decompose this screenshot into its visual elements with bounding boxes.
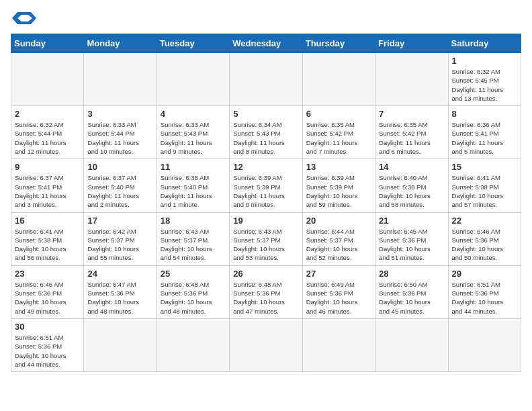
day-info: Sunrise: 6:35 AM Sunset: 5:42 PM Dayligh…	[379, 120, 444, 156]
calendar-cell: 7Sunrise: 6:35 AM Sunset: 5:42 PM Daylig…	[375, 106, 448, 159]
calendar-body: 1Sunrise: 6:32 AM Sunset: 5:45 PM Daylig…	[11, 53, 521, 372]
day-number: 2	[15, 109, 80, 119]
logo-icon	[12, 11, 36, 26]
calendar-week-2: 2Sunrise: 6:32 AM Sunset: 5:44 PM Daylig…	[11, 106, 521, 159]
weekday-saturday: Saturday	[448, 34, 521, 53]
day-number: 29	[452, 269, 517, 279]
day-info: Sunrise: 6:37 AM Sunset: 5:40 PM Dayligh…	[87, 173, 152, 209]
day-info: Sunrise: 6:32 AM Sunset: 5:45 PM Dayligh…	[452, 67, 517, 103]
calendar-cell: 23Sunrise: 6:46 AM Sunset: 5:36 PM Dayli…	[11, 265, 84, 318]
day-number: 30	[15, 322, 80, 332]
weekday-sunday: Sunday	[11, 34, 84, 53]
day-info: Sunrise: 6:39 AM Sunset: 5:39 PM Dayligh…	[233, 173, 298, 209]
day-number: 24	[87, 269, 152, 279]
calendar-cell	[84, 53, 157, 106]
day-number: 25	[161, 269, 226, 279]
day-number: 27	[306, 269, 371, 279]
day-number: 7	[379, 109, 444, 119]
calendar-cell: 29Sunrise: 6:51 AM Sunset: 5:36 PM Dayli…	[448, 265, 521, 318]
calendar: SundayMondayTuesdayWednesdayThursdayFrid…	[11, 34, 521, 372]
calendar-cell: 28Sunrise: 6:50 AM Sunset: 5:36 PM Dayli…	[375, 265, 448, 318]
logo	[11, 11, 36, 26]
day-info: Sunrise: 6:36 AM Sunset: 5:41 PM Dayligh…	[452, 120, 517, 156]
calendar-cell	[11, 53, 84, 106]
day-number: 14	[379, 162, 444, 172]
day-info: Sunrise: 6:51 AM Sunset: 5:36 PM Dayligh…	[15, 333, 80, 369]
day-number: 12	[233, 162, 298, 172]
day-number: 15	[452, 162, 517, 172]
calendar-cell	[375, 318, 448, 371]
calendar-cell: 8Sunrise: 6:36 AM Sunset: 5:41 PM Daylig…	[448, 106, 521, 159]
day-number: 26	[233, 269, 298, 279]
day-number: 19	[233, 216, 298, 226]
calendar-cell	[230, 318, 302, 371]
day-info: Sunrise: 6:51 AM Sunset: 5:36 PM Dayligh…	[452, 280, 517, 316]
day-number: 21	[379, 216, 444, 226]
calendar-cell: 21Sunrise: 6:45 AM Sunset: 5:36 PM Dayli…	[375, 212, 448, 265]
calendar-cell: 25Sunrise: 6:48 AM Sunset: 5:36 PM Dayli…	[157, 265, 229, 318]
calendar-cell: 16Sunrise: 6:41 AM Sunset: 5:38 PM Dayli…	[11, 212, 84, 265]
day-info: Sunrise: 6:50 AM Sunset: 5:36 PM Dayligh…	[379, 280, 444, 316]
calendar-cell	[448, 318, 521, 371]
day-number: 11	[161, 162, 226, 172]
day-number: 13	[306, 162, 371, 172]
day-info: Sunrise: 6:33 AM Sunset: 5:44 PM Dayligh…	[87, 120, 152, 156]
calendar-week-3: 9Sunrise: 6:37 AM Sunset: 5:41 PM Daylig…	[11, 159, 521, 212]
day-info: Sunrise: 6:41 AM Sunset: 5:38 PM Dayligh…	[452, 173, 517, 209]
calendar-cell: 3Sunrise: 6:33 AM Sunset: 5:44 PM Daylig…	[84, 106, 157, 159]
day-info: Sunrise: 6:35 AM Sunset: 5:42 PM Dayligh…	[306, 120, 371, 156]
calendar-cell	[157, 53, 229, 106]
calendar-cell: 30Sunrise: 6:51 AM Sunset: 5:36 PM Dayli…	[11, 318, 84, 371]
day-number: 4	[161, 109, 226, 119]
calendar-cell: 18Sunrise: 6:43 AM Sunset: 5:37 PM Dayli…	[157, 212, 229, 265]
calendar-cell: 22Sunrise: 6:46 AM Sunset: 5:36 PM Dayli…	[448, 212, 521, 265]
day-info: Sunrise: 6:34 AM Sunset: 5:43 PM Dayligh…	[233, 120, 298, 156]
day-info: Sunrise: 6:41 AM Sunset: 5:38 PM Dayligh…	[15, 227, 80, 263]
day-info: Sunrise: 6:43 AM Sunset: 5:37 PM Dayligh…	[233, 227, 298, 263]
calendar-cell: 24Sunrise: 6:47 AM Sunset: 5:36 PM Dayli…	[84, 265, 157, 318]
calendar-cell: 27Sunrise: 6:49 AM Sunset: 5:36 PM Dayli…	[302, 265, 375, 318]
day-number: 22	[452, 216, 517, 226]
calendar-cell: 6Sunrise: 6:35 AM Sunset: 5:42 PM Daylig…	[302, 106, 375, 159]
day-number: 17	[87, 216, 152, 226]
calendar-header: SundayMondayTuesdayWednesdayThursdayFrid…	[11, 34, 521, 53]
day-info: Sunrise: 6:45 AM Sunset: 5:36 PM Dayligh…	[379, 227, 444, 263]
calendar-cell: 1Sunrise: 6:32 AM Sunset: 5:45 PM Daylig…	[448, 53, 521, 106]
calendar-week-6: 30Sunrise: 6:51 AM Sunset: 5:36 PM Dayli…	[11, 318, 521, 371]
day-number: 16	[15, 216, 80, 226]
calendar-cell: 10Sunrise: 6:37 AM Sunset: 5:40 PM Dayli…	[84, 159, 157, 212]
day-info: Sunrise: 6:46 AM Sunset: 5:36 PM Dayligh…	[15, 280, 80, 316]
day-info: Sunrise: 6:40 AM Sunset: 5:38 PM Dayligh…	[379, 173, 444, 209]
weekday-wednesday: Wednesday	[230, 34, 302, 53]
calendar-cell: 19Sunrise: 6:43 AM Sunset: 5:37 PM Dayli…	[230, 212, 302, 265]
day-number: 1	[452, 56, 517, 66]
calendar-week-5: 23Sunrise: 6:46 AM Sunset: 5:36 PM Dayli…	[11, 265, 521, 318]
day-number: 5	[233, 109, 298, 119]
calendar-cell	[302, 53, 375, 106]
day-number: 9	[15, 162, 80, 172]
calendar-cell: 20Sunrise: 6:44 AM Sunset: 5:37 PM Dayli…	[302, 212, 375, 265]
calendar-cell: 5Sunrise: 6:34 AM Sunset: 5:43 PM Daylig…	[230, 106, 302, 159]
calendar-cell: 15Sunrise: 6:41 AM Sunset: 5:38 PM Dayli…	[448, 159, 521, 212]
calendar-cell: 17Sunrise: 6:42 AM Sunset: 5:37 PM Dayli…	[84, 212, 157, 265]
day-info: Sunrise: 6:48 AM Sunset: 5:36 PM Dayligh…	[233, 280, 298, 316]
weekday-tuesday: Tuesday	[157, 34, 229, 53]
day-number: 20	[306, 216, 371, 226]
day-number: 6	[306, 109, 371, 119]
calendar-cell: 4Sunrise: 6:33 AM Sunset: 5:43 PM Daylig…	[157, 106, 229, 159]
calendar-cell: 9Sunrise: 6:37 AM Sunset: 5:41 PM Daylig…	[11, 159, 84, 212]
day-info: Sunrise: 6:47 AM Sunset: 5:36 PM Dayligh…	[87, 280, 152, 316]
day-info: Sunrise: 6:32 AM Sunset: 5:44 PM Dayligh…	[15, 120, 80, 156]
calendar-cell: 13Sunrise: 6:39 AM Sunset: 5:39 PM Dayli…	[302, 159, 375, 212]
day-info: Sunrise: 6:48 AM Sunset: 5:36 PM Dayligh…	[161, 280, 226, 316]
day-info: Sunrise: 6:43 AM Sunset: 5:37 PM Dayligh…	[161, 227, 226, 263]
day-info: Sunrise: 6:49 AM Sunset: 5:36 PM Dayligh…	[306, 280, 371, 316]
calendar-cell	[84, 318, 157, 371]
weekday-friday: Friday	[375, 34, 448, 53]
day-info: Sunrise: 6:39 AM Sunset: 5:39 PM Dayligh…	[306, 173, 371, 209]
calendar-cell	[375, 53, 448, 106]
day-info: Sunrise: 6:44 AM Sunset: 5:37 PM Dayligh…	[306, 227, 371, 263]
calendar-cell	[302, 318, 375, 371]
day-info: Sunrise: 6:37 AM Sunset: 5:41 PM Dayligh…	[15, 173, 80, 209]
day-info: Sunrise: 6:42 AM Sunset: 5:37 PM Dayligh…	[87, 227, 152, 263]
